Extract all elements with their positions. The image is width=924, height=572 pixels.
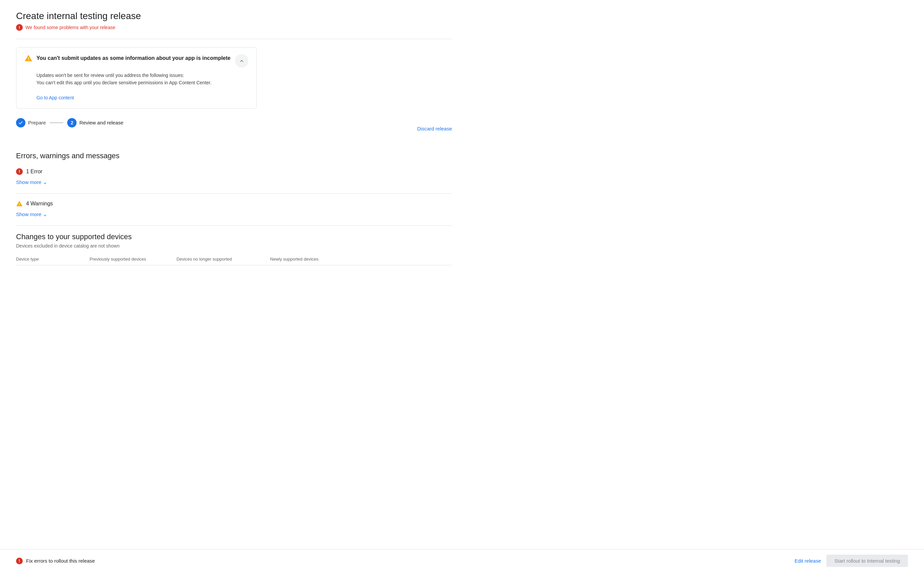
devices-section-title: Changes to your supported devices [16,233,452,241]
page-title: Create internal testing release [16,11,452,22]
step-1-label: Prepare [28,120,46,126]
error-show-more-label: Show more [16,179,42,185]
error-icon: ! [16,168,23,175]
discard-release-link[interactable]: Discard release [417,126,452,131]
step-2-label: Review and release [79,120,123,126]
go-to-app-content-link[interactable]: Go to App content [36,95,74,100]
top-error-text: We found some problems with your release [25,25,115,30]
step-2: 2 Review and release [67,118,123,127]
step-1-circle [16,118,25,127]
stepper: Prepare 2 Review and release [16,118,123,127]
top-error-icon: ! [16,24,23,31]
warning-card-body: Updates won't be sent for review until y… [36,72,248,102]
bottom-bar-left: ! Fix errors to rollout this release [16,558,95,564]
warning-show-more-button[interactable]: Show more ⌄ [16,210,47,219]
error-show-more-button[interactable]: Show more ⌄ [16,178,47,187]
section-divider [16,225,452,226]
warning-card-title: You can't submit updates as some informa… [36,55,230,61]
warning-show-more-label: Show more [16,211,42,217]
warning-triangle-icon [25,54,33,62]
top-error-banner: ! We found some problems with your relea… [16,24,452,31]
edit-release-button[interactable]: Edit release [795,558,821,564]
step-1: Prepare [16,118,46,127]
checkmark-icon [18,120,23,126]
error-chevron-down-icon: ⌄ [43,179,47,185]
warning-body-line2: You can't edit this app until you declar… [36,79,248,86]
step-2-circle: 2 [67,118,76,127]
warning-body-line1: Updates won't be sent for review until y… [36,72,248,79]
bottom-bar: ! Fix errors to rollout this release Edi… [0,549,924,572]
collapse-button[interactable] [235,54,248,68]
error-count-label: 1 Error [26,169,42,175]
errors-section-title: Errors, warnings and messages [16,152,452,160]
stepper-row: Prepare 2 Review and release Discard rel… [16,118,452,140]
bottom-bar-right: Edit release Start rollout to Internal t… [795,555,908,567]
warning-chevron-down-icon: ⌄ [43,211,47,218]
start-rollout-button: Start rollout to Internal testing [826,555,908,567]
warning-card: You can't submit updates as some informa… [16,47,257,109]
bottom-error-text: Fix errors to rollout this release [26,558,95,564]
devices-section-subtitle: Devices excluded in device catalog are n… [16,243,452,249]
step-connector [50,123,63,123]
error-warning-divider [16,193,452,194]
warning-icon [16,201,23,207]
errors-warnings-section: Errors, warnings and messages ! 1 Error … [16,152,452,219]
bottom-error-icon: ! [16,558,23,564]
warning-count-label: 4 Warnings [26,201,53,207]
col-newly-supported: Newly supported devices [270,256,364,261]
chevron-up-icon [239,58,245,64]
col-previously-supported: Previously supported devices [90,256,177,261]
warning-header: 4 Warnings [16,201,452,207]
devices-section: Changes to your supported devices Device… [16,233,452,265]
col-device-type: Device type [16,256,90,261]
devices-table-header: Device type Previously supported devices… [16,256,452,265]
error-header: ! 1 Error [16,168,452,175]
col-no-longer-supported: Devices no longer supported [177,256,270,261]
